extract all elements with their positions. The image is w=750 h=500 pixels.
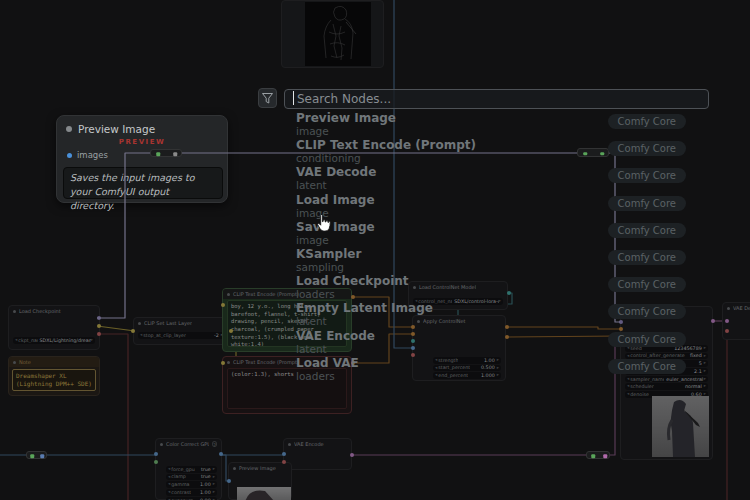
node-search-dialog — [258, 88, 709, 109]
search-result-row[interactable]: Save ImageimageComfy Core — [290, 221, 686, 248]
result-source-badge: Comfy Core — [608, 277, 686, 292]
result-source-badge: Comfy Core — [608, 223, 686, 238]
search-result-row[interactable]: Empty Latent ImagelatentComfy Core — [290, 302, 686, 329]
hand-cursor-icon — [315, 213, 332, 237]
search-result-row[interactable]: Preview ImageimageComfy Core — [290, 112, 686, 139]
collapse-dot-icon[interactable] — [66, 126, 72, 132]
reroute-in-dot[interactable] — [591, 454, 595, 458]
search-result-row[interactable]: Load VAEloadersComfy Core — [290, 357, 686, 384]
search-result-row[interactable]: VAE DecodelatentComfy Core — [290, 166, 686, 193]
reroute-out-dot[interactable] — [603, 454, 607, 458]
preview-image-node-tooltip[interactable]: Preview Image PREVIEW images Saves the i… — [56, 115, 228, 203]
preview-label: PREVIEW — [57, 138, 227, 146]
node-title: Preview Image — [78, 123, 155, 135]
result-source-badge: Comfy Core — [608, 304, 686, 319]
reroute-node[interactable] — [150, 149, 182, 157]
port-images-in[interactable] — [67, 153, 72, 158]
filter-button[interactable] — [258, 88, 277, 108]
node-tooltip-text: Saves the input images to your ComfyUI o… — [63, 167, 223, 199]
result-source-badge: Comfy Core — [608, 196, 686, 211]
input-label: images — [77, 150, 108, 160]
reroute-node[interactable] — [586, 451, 610, 459]
result-source-badge: Comfy Core — [608, 250, 686, 265]
search-results-list: Preview ImageimageComfy CoreCLIP Text En… — [290, 112, 686, 384]
search-input[interactable] — [284, 89, 709, 109]
search-result-row[interactable]: Load ImageimageComfy Core — [290, 194, 686, 221]
reroute-in-dot[interactable] — [156, 152, 160, 156]
result-source-badge: Comfy Core — [608, 114, 686, 129]
search-result-row[interactable]: KSamplersamplingComfy Core — [290, 248, 686, 275]
result-source-badge: Comfy Core — [608, 359, 686, 374]
text-caret — [293, 91, 294, 105]
result-source-badge: Comfy Core — [608, 141, 686, 156]
search-result-row[interactable]: VAE EncodelatentComfy Core — [290, 330, 686, 357]
result-source-badge: Comfy Core — [608, 168, 686, 183]
reroute-out-dot[interactable] — [173, 152, 177, 156]
reroute-in-dot[interactable] — [30, 454, 34, 458]
reroute-node[interactable] — [26, 451, 47, 459]
reroute-out-dot[interactable] — [40, 454, 44, 458]
filter-icon — [262, 93, 273, 104]
comfyui-canvas[interactable]: Load Checkpoint ◂ckpt_nameSDXL/Lightning… — [0, 0, 750, 500]
search-result-row[interactable]: CLIP Text Encode (Prompt)conditioningCom… — [290, 139, 686, 166]
result-source-badge: Comfy Core — [608, 332, 686, 347]
search-result-row[interactable]: Load CheckpointloadersComfy Core — [290, 275, 686, 302]
